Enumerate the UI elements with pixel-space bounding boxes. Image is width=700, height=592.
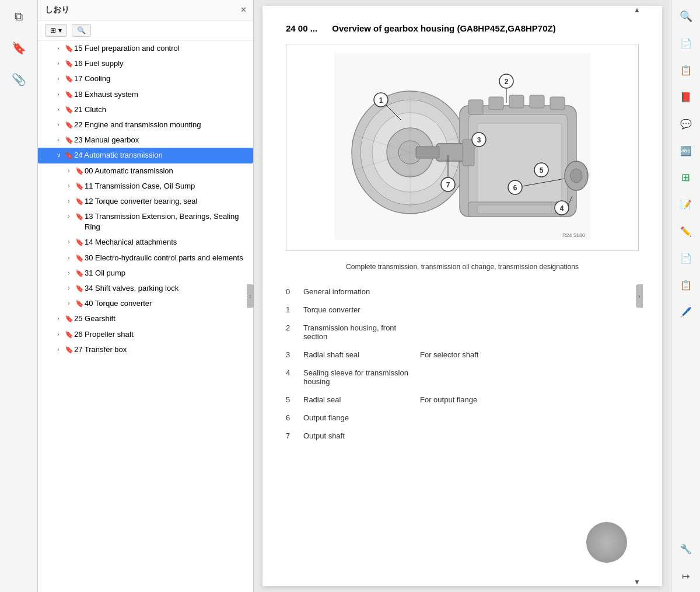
chevron-right-icon: › (64, 269, 74, 277)
sidebar-item-label: 14 Mechanical attachments (85, 237, 249, 248)
zoom-in-icon: 🔍 (680, 10, 692, 23)
bookmark-icon: 🔖 (64, 105, 74, 115)
pdf-red-button[interactable]: 📕 (676, 86, 696, 107)
right-toolbar: 🔍 📄 📋 📕 💬 🔤 ⊞ 📝 ✏️ 📄 📋 🖊️ 🔧 ↦ (671, 0, 700, 592)
pdf-red-icon: 📕 (680, 92, 692, 103)
sidebar-item-fuel-supply[interactable]: › 🔖 16 Fuel supply (38, 56, 253, 71)
bookmark-icon: 🔖 (64, 90, 74, 100)
search-bookmark-button[interactable]: 🔍 (72, 24, 91, 37)
sidebar-item-manual-gearbox[interactable]: › 🔖 23 Manual gearbox (38, 133, 253, 148)
sidebar: しおり × ⊞ ▾ 🔍 › 🔖 15 Fuel preparation and … (38, 0, 254, 592)
sidebar-item-auto-11[interactable]: › 🔖 11 Transmission Case, Oil Sump (38, 179, 253, 194)
svg-rect-12 (468, 100, 483, 114)
sidebar-tree[interactable]: › 🔖 15 Fuel preparation and control › 🔖 … (38, 41, 253, 592)
sidebar-item-auto-00[interactable]: › 🔖 00 Automatic transmission (38, 163, 253, 179)
item-note: For output flange (420, 395, 639, 404)
scroll-down-button[interactable]: ▼ (634, 577, 640, 587)
item-number: 0 (286, 287, 303, 296)
item-number: 6 (286, 413, 303, 422)
sidebar-item-engine-mount[interactable]: › 🔖 22 Engine and transmission mounting (38, 117, 253, 133)
doc-item-0: 0 General information (286, 283, 639, 301)
bookmark-icon: 🔖 (74, 212, 85, 222)
chevron-right-icon: › (64, 182, 74, 190)
pen-button[interactable]: ✏️ (676, 221, 696, 242)
pen2-button[interactable]: 🖊️ (676, 301, 696, 322)
item-number: 2 (286, 323, 303, 332)
item-label: Radial seal (303, 395, 420, 404)
sidebar-item-label: 22 Engine and transmission mounting (74, 120, 249, 130)
zoom-in-button[interactable]: 🔍 (676, 6, 696, 27)
bookmark-icon: 🔖 (74, 197, 85, 207)
main-area: ‹ 24 00 ... Overview of gearbox housing … (254, 0, 671, 592)
sidebar-item-auto-31[interactable]: › 🔖 31 Oil pump (38, 266, 253, 281)
sidebar-item-propeller[interactable]: › 🔖 26 Propeller shaft (38, 327, 253, 342)
chat-button[interactable]: 💬 (676, 113, 696, 134)
grid-icon: ⊞ (50, 26, 56, 34)
svg-text:4: 4 (559, 204, 564, 213)
attach-icon[interactable]: 📎 (8, 69, 29, 90)
translate-button[interactable]: 🔤 (676, 140, 696, 161)
pen-icon: ✏️ (680, 226, 692, 237)
grid-icon: ⊞ (681, 171, 690, 184)
bookmark-icon: 🔖 (74, 238, 85, 248)
sidebar-item-gearshift[interactable]: › 🔖 25 Gearshift (38, 311, 253, 326)
sidebar-item-auto-13[interactable]: › 🔖 13 Transmission Extension, Bearings,… (38, 209, 253, 235)
collapse-sidebar-button[interactable]: ‹ (247, 284, 254, 308)
wrench-button[interactable]: 🔧 (676, 538, 696, 559)
item-label: Output shaft (303, 431, 420, 440)
item-label: General information (303, 287, 420, 296)
chevron-right-icon: › (53, 346, 64, 354)
doc-item-5: 5 Radial seal For output flange (286, 391, 639, 409)
svg-rect-18 (416, 147, 439, 158)
collapse-right-button[interactable]: › (636, 284, 643, 308)
doc-orange-button[interactable]: 📋 (676, 274, 696, 295)
chevron-right-icon: › (53, 315, 64, 323)
sidebar-close-button[interactable]: × (241, 5, 246, 15)
dropdown-arrow-icon: ▾ (58, 26, 62, 34)
pdf-view-button[interactable]: 📄 (676, 33, 696, 54)
chevron-right-icon: › (53, 75, 64, 83)
sidebar-item-cooling[interactable]: › 🔖 17 Cooling (38, 71, 253, 86)
stamp-button[interactable]: 📝 (676, 194, 696, 215)
sidebar-item-exhaust[interactable]: › 🔖 18 Exhaust system (38, 87, 253, 102)
sidebar-item-auto-40[interactable]: › 🔖 40 Torque converter (38, 296, 253, 311)
doc-list-button[interactable]: 📋 (676, 60, 696, 81)
bookmark-icon: 🔖 (64, 314, 74, 324)
item-number: 7 (286, 431, 303, 440)
sidebar-item-auto-transmission[interactable]: ∨ 🔖 24 Automatic transmission (38, 148, 253, 163)
doc-item-2: 2 Transmission housing, front section (286, 319, 639, 346)
svg-rect-16 (550, 97, 565, 110)
sidebar-item-auto-14[interactable]: › 🔖 14 Mechanical attachments (38, 235, 253, 250)
chevron-right-icon: › (638, 293, 640, 300)
sidebar-item-fuel-prep[interactable]: › 🔖 15 Fuel preparation and control (38, 41, 253, 56)
doc-item-1: 1 Torque converter (286, 301, 639, 319)
sidebar-item-transfer[interactable]: › 🔖 27 Transfer box (38, 342, 253, 357)
sidebar-item-auto-30[interactable]: › 🔖 30 Electro-hydraulic control parts a… (38, 250, 253, 266)
svg-text:R24 5180: R24 5180 (562, 232, 584, 238)
sidebar-item-label: 13 Transmission Extension, Bearings, Sea… (85, 211, 249, 232)
sidebar-item-label: 24 Automatic transmission (74, 150, 249, 161)
scroll-up-button[interactable]: ▲ (634, 5, 640, 15)
doc-items-list: 0 General information 1 Torque converter… (286, 283, 639, 445)
chevron-right-icon: › (64, 284, 74, 292)
sidebar-item-label: 23 Manual gearbox (74, 135, 249, 145)
left-toolbar: ⧉ 🔖 📎 (0, 0, 38, 592)
copy-icon[interactable]: ⧉ (8, 6, 29, 27)
bookmark-tool-icon[interactable]: 🔖 (8, 37, 29, 58)
sidebar-item-auto-12[interactable]: › 🔖 12 Torque converter bearing, seal (38, 194, 253, 209)
grid-view-button[interactable]: ⊞ (676, 167, 696, 188)
chevron-right-icon: › (64, 254, 74, 262)
sidebar-item-clutch[interactable]: › 🔖 21 Clutch (38, 102, 253, 117)
doc-yellow-icon: 📄 (680, 253, 692, 264)
item-label: Torque converter (303, 305, 420, 314)
doc-item-4: 4 Sealing sleeve for transmission housin… (286, 364, 639, 391)
svg-text:7: 7 (446, 181, 450, 189)
arrow-right-button[interactable]: ↦ (676, 565, 696, 586)
grid-view-button[interactable]: ⊞ ▾ (45, 24, 67, 37)
chevron-right-icon: › (53, 330, 64, 339)
document-viewer[interactable]: 24 00 ... Overview of gearbox housing (G… (262, 6, 662, 586)
sidebar-item-label: 18 Exhaust system (74, 89, 249, 100)
sidebar-item-auto-34[interactable]: › 🔖 34 Shift valves, parking lock (38, 281, 253, 296)
item-number: 4 (286, 368, 303, 377)
doc-yellow-button[interactable]: 📄 (676, 248, 696, 269)
